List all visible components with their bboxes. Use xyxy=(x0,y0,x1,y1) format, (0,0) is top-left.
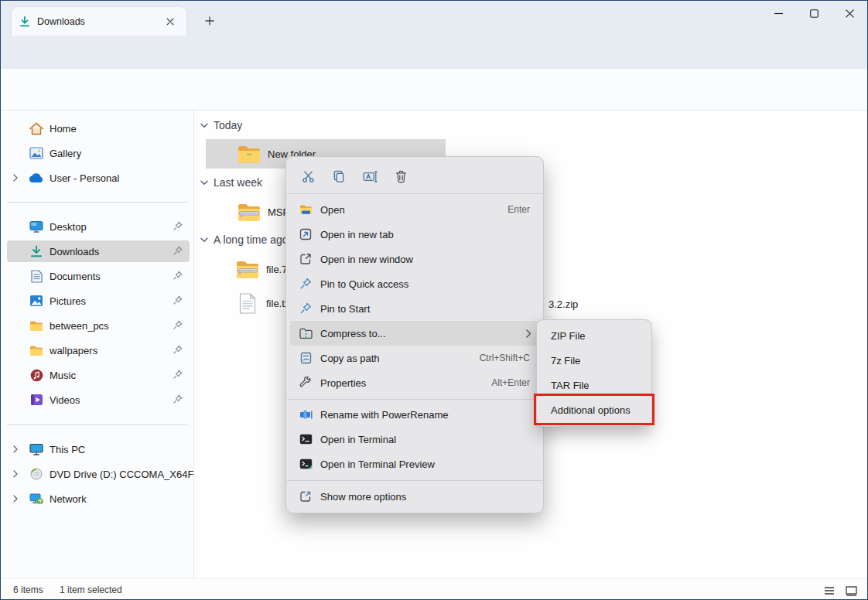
sidebar-item-wallpapers[interactable]: wallpapers xyxy=(7,339,190,361)
pin-icon xyxy=(173,271,183,281)
maximize-button[interactable] xyxy=(796,1,832,26)
sidebar-item-label: Music xyxy=(50,370,76,381)
close-button[interactable] xyxy=(832,1,867,26)
address-bar: Downloads xyxy=(1,36,867,69)
partial-file-name[interactable]: 3.2.zip xyxy=(548,298,578,310)
show-more-options-icon xyxy=(299,489,313,503)
chevron-right-icon[interactable] xyxy=(13,445,22,453)
pin-icon xyxy=(173,394,183,405)
sidebar-item-documents[interactable]: Documents xyxy=(7,265,190,287)
sidebar-item-label: wallpapers xyxy=(50,345,97,356)
videos-icon xyxy=(29,392,44,407)
pin-icon xyxy=(173,370,183,380)
group-header-label: Last week xyxy=(214,176,262,189)
desktop-icon xyxy=(29,219,44,234)
folder-icon xyxy=(237,142,261,165)
sidebar-item-label: User - Personal xyxy=(50,172,119,184)
item-count-label: 6 items xyxy=(13,585,43,595)
pin-icon xyxy=(173,221,183,232)
compress-zip-icon xyxy=(299,326,313,340)
sidebar-item-label: Network xyxy=(50,493,87,505)
this-pc-icon xyxy=(29,441,44,457)
navigation-pane: Home Gallery User - Personal Desktop xyxy=(1,111,194,578)
file-explorer-window: Downloads xyxy=(0,0,868,600)
copy-icon[interactable] xyxy=(323,165,354,188)
details-view-icon[interactable] xyxy=(821,583,838,598)
menu-item-label: Show more options xyxy=(320,491,406,503)
sidebar-item-home[interactable]: Home xyxy=(7,118,190,139)
menu-item-rename-with-powerrename[interactable]: Rename with PowerRename xyxy=(290,402,541,427)
view-toggles xyxy=(821,583,859,598)
sidebar-item-gallery[interactable]: Gallery xyxy=(7,142,190,164)
sidebar-item-user-personal[interactable]: User - Personal xyxy=(7,167,190,189)
sidebar-item-dvd-drive[interactable]: DVD Drive (D:) CCCOMA_X64FRE_EN xyxy=(7,463,190,485)
submenu-item-zip-file[interactable]: ZIP File xyxy=(540,323,650,348)
context-menu-quick-actions xyxy=(292,165,416,188)
tab-close-icon[interactable] xyxy=(162,13,179,30)
pin-icon xyxy=(173,345,183,356)
submenu-item-tar-file[interactable]: TAR File xyxy=(540,373,650,397)
group-header-a-long-time-ago[interactable]: A long time ago xyxy=(200,234,289,246)
chevron-right-icon[interactable] xyxy=(13,470,22,478)
copy-as-path-icon xyxy=(299,351,313,365)
titlebar: Downloads xyxy=(1,1,867,36)
large-thumbnails-view-icon[interactable] xyxy=(842,583,859,598)
menu-item-pin-to-start[interactable]: Pin to Start xyxy=(290,296,541,321)
zip-folder-icon xyxy=(235,257,260,281)
group-header-last-week[interactable]: Last week xyxy=(200,176,262,189)
sidebar-item-downloads[interactable]: Downloads xyxy=(7,240,190,262)
zip-folder-icon xyxy=(237,200,261,223)
sidebar-item-label: Home xyxy=(50,123,77,135)
delete-icon[interactable] xyxy=(385,165,416,188)
network-icon xyxy=(29,491,44,506)
menu-item-open-in-terminal-preview[interactable]: Open in Terminal Preview xyxy=(290,452,541,476)
chevron-down-icon[interactable] xyxy=(200,123,208,128)
downloads-tab-icon xyxy=(19,16,30,27)
submenu-item-7z-file[interactable]: 7z File xyxy=(540,348,650,373)
menu-item-open[interactable]: Open Enter xyxy=(290,197,541,222)
tab-downloads[interactable]: Downloads xyxy=(12,7,186,36)
status-bar: 6 items 1 item selected xyxy=(1,578,867,600)
chevron-down-icon[interactable] xyxy=(200,180,208,186)
rename-icon[interactable] xyxy=(354,165,385,188)
menu-item-open-in-new-window[interactable]: Open in new window xyxy=(290,247,541,271)
chevron-right-icon[interactable] xyxy=(13,495,22,503)
menu-item-properties[interactable]: Properties Alt+Enter xyxy=(290,370,541,395)
context-menu: Open Enter Open in new tab Open in new w… xyxy=(285,156,544,513)
pictures-icon xyxy=(29,293,44,309)
menu-item-copy-as-path[interactable]: Copy as path Ctrl+Shift+C xyxy=(290,346,541,370)
music-icon xyxy=(29,367,44,383)
group-header-today[interactable]: Today xyxy=(200,119,242,131)
minimize-button[interactable] xyxy=(760,1,796,26)
menu-divider xyxy=(287,480,542,481)
sidebar-item-pictures[interactable]: Pictures xyxy=(7,290,190,312)
menu-item-compress-to[interactable]: Compress to... xyxy=(290,321,541,346)
menu-item-pin-to-quick-access[interactable]: Pin to Quick access xyxy=(290,271,541,296)
menu-item-shortcut: Enter xyxy=(507,204,530,215)
sidebar-item-between-pcs[interactable]: between_pcs xyxy=(7,315,190,336)
menu-item-open-in-new-tab[interactable]: Open in new tab xyxy=(290,222,541,247)
menu-item-label: Pin to Start xyxy=(320,303,370,315)
sidebar-separator xyxy=(7,424,188,425)
open-new-window-icon xyxy=(299,252,313,266)
submenu-item-additional-options[interactable]: Additional options xyxy=(540,397,650,422)
menu-item-show-more-options[interactable]: Show more options xyxy=(290,484,541,509)
sidebar-item-network[interactable]: Network xyxy=(7,488,190,510)
sidebar-item-desktop[interactable]: Desktop xyxy=(7,216,190,237)
chevron-right-icon[interactable] xyxy=(13,174,22,182)
menu-item-label: Open in Terminal Preview xyxy=(320,459,435,470)
group-header-label: A long time ago xyxy=(214,234,289,246)
sidebar-item-this-pc[interactable]: This PC xyxy=(7,438,190,460)
menu-item-shortcut: Alt+Enter xyxy=(491,377,530,388)
sidebar-item-videos[interactable]: Videos xyxy=(7,389,190,411)
chevron-down-icon[interactable] xyxy=(200,237,208,243)
cut-icon[interactable] xyxy=(292,165,323,188)
new-tab-button[interactable] xyxy=(199,11,220,31)
sidebar-item-label: Desktop xyxy=(50,221,87,233)
menu-item-open-in-terminal[interactable]: Open in Terminal xyxy=(290,427,541,452)
sidebar-item-label: Gallery xyxy=(50,148,81,159)
menu-item-label: Open in new tab xyxy=(320,229,394,240)
onedrive-cloud-icon xyxy=(29,170,44,186)
sidebar-item-music[interactable]: Music xyxy=(7,364,190,386)
tab-label: Downloads xyxy=(37,16,155,27)
